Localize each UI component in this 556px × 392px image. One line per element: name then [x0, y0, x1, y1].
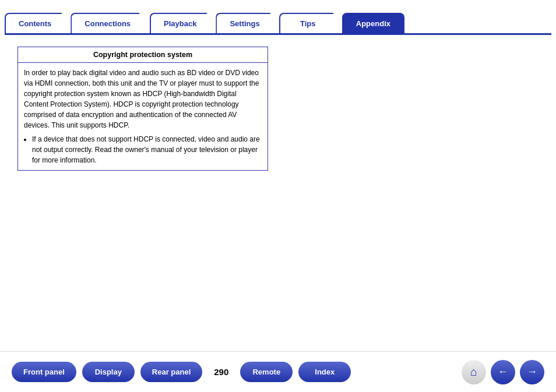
rear-panel-button[interactable]: Rear panel [140, 362, 202, 382]
nav-tab-connections[interactable]: Connections [71, 13, 148, 33]
main-content: Copyright protection system In order to … [0, 35, 556, 182]
copyright-paragraph1: In order to play back digital video and … [24, 68, 262, 130]
display-button[interactable]: Display [82, 362, 135, 382]
bottom-nav-right: ⌂ ← → [462, 360, 544, 384]
remote-button[interactable]: Remote [240, 362, 293, 382]
nav-tab-appendix[interactable]: Appendix [342, 13, 404, 33]
bottom-bar: Front panel Display Rear panel 290 Remot… [0, 351, 556, 392]
copyright-bullet1: If a device that does not support HDCP i… [32, 134, 262, 165]
front-panel-button[interactable]: Front panel [12, 362, 76, 382]
nav-tab-tips[interactable]: Tips [279, 13, 340, 33]
nav-tabs [0, 0, 556, 7]
index-button[interactable]: Index [298, 362, 351, 382]
nav-tab-settings[interactable]: Settings [216, 13, 277, 33]
bottom-nav-left: Front panel Display Rear panel 290 Remot… [12, 362, 351, 382]
forward-button[interactable]: → [520, 360, 544, 384]
nav-tab-playback[interactable]: Playback [150, 13, 214, 33]
copyright-list: If a device that does not support HDCP i… [32, 134, 262, 165]
nav-tab-contents[interactable]: Contents [5, 13, 69, 33]
back-button[interactable]: ← [491, 360, 515, 384]
copyright-box-title: Copyright protection system [18, 47, 268, 63]
home-icon: ⌂ [470, 365, 477, 379]
home-button[interactable]: ⌂ [462, 360, 486, 384]
back-arrow-icon: ← [498, 366, 508, 378]
page-number: 290 [214, 367, 228, 377]
copyright-box: Copyright protection system In order to … [17, 47, 268, 171]
forward-arrow-icon: → [527, 366, 537, 378]
copyright-box-body: In order to play back digital video and … [18, 63, 268, 170]
